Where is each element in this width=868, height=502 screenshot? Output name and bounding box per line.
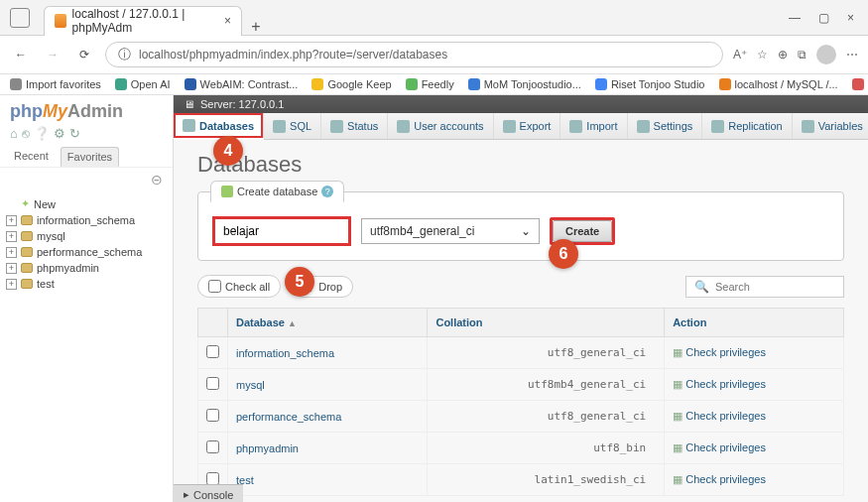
help-icon[interactable]: ? bbox=[321, 186, 333, 197]
check-privileges-link[interactable]: Check privileges bbox=[685, 441, 766, 453]
tree-db-item[interactable]: +performance_schema bbox=[6, 244, 167, 260]
close-window-icon[interactable]: × bbox=[847, 11, 854, 25]
check-privileges-link[interactable]: Check privileges bbox=[685, 410, 766, 422]
minimize-icon[interactable]: — bbox=[789, 11, 801, 25]
home-icon[interactable]: ⌂ bbox=[10, 126, 18, 141]
top-tab-settings[interactable]: Settings bbox=[628, 113, 703, 139]
expand-icon[interactable]: + bbox=[6, 215, 17, 226]
top-tab-user-accounts[interactable]: User accounts bbox=[388, 113, 493, 139]
check-privileges-link[interactable]: Check privileges bbox=[685, 378, 766, 390]
top-tab-status[interactable]: Status bbox=[321, 113, 388, 139]
settings-icon[interactable]: ⚙ bbox=[54, 126, 65, 141]
tab-icon bbox=[183, 119, 195, 132]
tree-new-db[interactable]: ✦New bbox=[6, 195, 167, 212]
database-link[interactable]: phpmyadmin bbox=[236, 442, 299, 454]
tab-icon bbox=[330, 120, 343, 133]
row-checkbox[interactable] bbox=[206, 377, 219, 390]
new-tab-button[interactable]: + bbox=[242, 18, 270, 36]
database-link[interactable]: information_schema bbox=[236, 347, 334, 359]
tab-icon bbox=[711, 120, 724, 133]
address-bar[interactable]: ⓘ localhost/phpmyadmin/index.php?route=/… bbox=[105, 42, 723, 67]
expand-icon[interactable]: + bbox=[6, 279, 17, 290]
bookmark-item[interactable]: MoM Tonjoostudio... bbox=[468, 78, 581, 90]
database-link[interactable]: performance_schema bbox=[236, 411, 341, 423]
check-all-toggle[interactable]: Check all bbox=[197, 275, 281, 298]
site-info-icon[interactable]: ⓘ bbox=[118, 46, 131, 63]
privileges-icon: ▦ bbox=[673, 441, 682, 453]
row-checkbox[interactable] bbox=[206, 440, 219, 453]
drop-label: Drop bbox=[318, 281, 342, 293]
bookmark-item[interactable]: localhost / MySQL /... bbox=[719, 78, 838, 90]
maximize-icon[interactable]: ▢ bbox=[818, 11, 829, 25]
console-toggle-icon[interactable]: ▸ bbox=[184, 488, 189, 501]
col-collation[interactable]: Collation bbox=[428, 309, 665, 337]
bookmark-item[interactable]: Import favorites bbox=[10, 78, 101, 90]
tab-label: Databases bbox=[199, 120, 254, 132]
console-bar[interactable]: ▸ Console bbox=[174, 484, 243, 502]
search-input[interactable] bbox=[715, 281, 835, 293]
sidebar-tab-favorites[interactable]: Favorites bbox=[61, 147, 119, 167]
window-menu-icon[interactable] bbox=[10, 8, 30, 28]
col-database[interactable]: Database ▲ bbox=[228, 309, 428, 337]
sidebar: phpMyAdmin ⌂ ⎋ ❔ ⚙ ↻ Recent Favorites ⊝ … bbox=[0, 95, 174, 502]
check-privileges-link[interactable]: Check privileges bbox=[685, 473, 766, 485]
tree-db-item[interactable]: +test bbox=[6, 276, 167, 292]
read-aloud-icon[interactable]: A⁺ bbox=[733, 48, 747, 62]
browser-tab[interactable]: localhost / 127.0.0.1 | phpMyAdm × bbox=[44, 6, 242, 36]
favorites-icon[interactable]: ☆ bbox=[757, 48, 768, 62]
sidebar-quick-icons: ⌂ ⎋ ❔ ⚙ ↻ bbox=[0, 124, 173, 147]
expand-icon[interactable]: + bbox=[6, 231, 17, 242]
collation-value: utf8mb4_general_ci bbox=[370, 224, 474, 238]
top-tab-import[interactable]: Import bbox=[560, 113, 627, 139]
bookmark-item[interactable]: Open AI bbox=[115, 78, 171, 90]
docs-icon[interactable]: ❔ bbox=[34, 126, 50, 141]
sidebar-tab-recent[interactable]: Recent bbox=[8, 147, 55, 167]
top-tab-variables[interactable]: Variables bbox=[793, 113, 868, 139]
phpmyadmin-logo[interactable]: phpMyAdmin bbox=[0, 95, 173, 124]
collections-icon[interactable]: ⊕ bbox=[778, 48, 788, 62]
search-box[interactable]: 🔍 bbox=[685, 276, 844, 298]
forward-button[interactable]: → bbox=[42, 44, 63, 65]
reload-button[interactable]: ⟳ bbox=[73, 44, 95, 65]
expand-icon[interactable]: + bbox=[6, 247, 17, 258]
server-breadcrumb[interactable]: 🖥 Server: 127.0.0.1 bbox=[174, 95, 868, 113]
tree-db-item[interactable]: +phpmyadmin bbox=[6, 260, 167, 276]
bookmark-item[interactable]: WebAIM: Contrast... bbox=[185, 78, 299, 90]
bookmark-item[interactable]: Google Keep bbox=[311, 78, 391, 90]
tab-icon bbox=[503, 120, 516, 133]
reload-nav-icon[interactable]: ↻ bbox=[69, 126, 80, 141]
top-tab-export[interactable]: Export bbox=[494, 113, 561, 139]
bookmark-item[interactable]: Feedly bbox=[406, 78, 454, 90]
console-label: Console bbox=[193, 489, 233, 501]
check-all-checkbox[interactable] bbox=[208, 280, 221, 293]
collation-select[interactable]: utf8mb4_general_ci ⌄ bbox=[361, 218, 540, 244]
menu-icon[interactable]: ⋯ bbox=[846, 48, 858, 62]
back-button[interactable]: ← bbox=[10, 44, 32, 65]
close-tab-icon[interactable]: × bbox=[224, 14, 231, 28]
database-link[interactable]: mysql bbox=[236, 379, 265, 391]
database-icon bbox=[21, 279, 33, 289]
collapse-tree-icon[interactable]: ⊝ bbox=[151, 172, 163, 188]
tab-label: Import bbox=[586, 120, 617, 132]
bookmark-icon bbox=[468, 78, 480, 90]
browser-tab-bar: localhost / 127.0.0.1 | phpMyAdm × + — ▢… bbox=[0, 0, 868, 36]
address-bar-row: ← → ⟳ ⓘ localhost/phpmyadmin/index.php?r… bbox=[0, 36, 868, 74]
bookmark-item[interactable]: WP Admin bbox=[852, 78, 868, 90]
profile-icon[interactable] bbox=[816, 45, 836, 64]
row-checkbox[interactable] bbox=[206, 345, 219, 358]
tab-label: Settings bbox=[654, 120, 693, 132]
top-tab-databases[interactable]: Databases bbox=[174, 113, 264, 140]
tree-item-label: information_schema bbox=[37, 214, 135, 226]
database-name-input[interactable] bbox=[212, 216, 351, 246]
expand-icon[interactable]: + bbox=[6, 263, 17, 274]
tree-db-item[interactable]: +information_schema bbox=[6, 212, 167, 228]
top-tab-replication[interactable]: Replication bbox=[702, 113, 792, 139]
check-privileges-link[interactable]: Check privileges bbox=[685, 346, 766, 358]
row-checkbox[interactable] bbox=[206, 409, 219, 422]
logout-icon[interactable]: ⎋ bbox=[22, 126, 30, 141]
tree-db-item[interactable]: +mysql bbox=[6, 228, 167, 244]
top-tab-sql[interactable]: SQL bbox=[264, 113, 321, 139]
bookmark-item[interactable]: Riset Tonjoo Studio bbox=[595, 78, 705, 90]
privileges-icon: ▦ bbox=[673, 346, 682, 358]
extensions-icon[interactable]: ⧉ bbox=[798, 48, 806, 62]
